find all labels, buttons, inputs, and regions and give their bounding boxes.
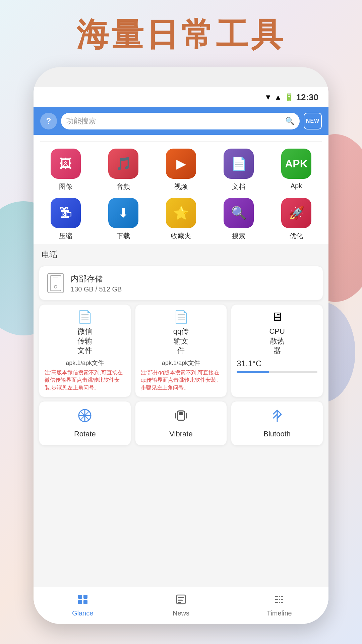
- icon-label-image: 图像: [59, 182, 72, 191]
- favorites-icon: ⭐: [173, 206, 189, 220]
- news-icon: [176, 594, 186, 607]
- content-white: 🖼 图像 🎵 音频 ▶ 视频: [34, 135, 328, 244]
- image-icon: 🖼: [59, 157, 72, 171]
- wechat-card-subtitle: apk.1/apk文件: [45, 359, 125, 367]
- svg-rect-20: [178, 602, 181, 603]
- icon-box-audio: 🎵: [108, 149, 138, 179]
- icon-item-video[interactable]: ▶ 视频: [163, 149, 199, 191]
- cpu-temp: 31.1°C: [237, 359, 317, 368]
- svg-point-2: [54, 285, 57, 288]
- tool-label-bluetooth: Blutooth: [263, 430, 291, 438]
- icon-label-optimize: 优化: [290, 231, 303, 240]
- storage-card[interactable]: 内部存储 130 GB / 512 GB: [39, 266, 323, 300]
- compress-icon: 🗜: [59, 206, 72, 220]
- vibrate-icon: [174, 408, 188, 426]
- battery-icon: 🔋: [285, 93, 294, 102]
- storage-title: 内部存储: [71, 273, 122, 284]
- search-tool-icon: 🔍: [231, 206, 247, 220]
- page-title: 海量日常工具: [0, 13, 362, 57]
- icon-box-image: 🖼: [51, 149, 81, 179]
- help-button[interactable]: ?: [40, 113, 57, 129]
- qq-card-icon: 📄: [141, 310, 222, 324]
- icon-item-image[interactable]: 🖼 图像: [47, 149, 84, 191]
- svg-rect-25: [280, 596, 281, 603]
- tool-label-rotate: Rotate: [74, 430, 96, 438]
- svg-rect-22: [275, 599, 283, 600]
- icon-item-favorites[interactable]: ⭐ 收藏夹: [163, 198, 199, 240]
- apk-icon: APK: [285, 158, 308, 170]
- icon-item-compress[interactable]: 🗜 压缩: [47, 198, 84, 240]
- search-bar[interactable]: 功能搜索 🔍: [61, 113, 300, 129]
- storage-icon: [47, 273, 64, 293]
- glance-icon: [77, 594, 88, 607]
- lower-section: 电话 内部存储 130 GB / 512 GB: [34, 244, 328, 452]
- new-badge[interactable]: NEW: [304, 113, 322, 129]
- bluetooth-icon: [270, 408, 285, 426]
- icon-box-favorites: ⭐: [166, 198, 196, 228]
- tool-label-vibrate: Vibrate: [169, 430, 192, 438]
- svg-rect-0: [50, 275, 61, 291]
- svg-rect-9: [179, 412, 183, 415]
- wechat-card-title: 微信 传输 文件: [45, 327, 125, 356]
- icon-item-apk[interactable]: APK Apk: [278, 149, 315, 191]
- icon-item-download[interactable]: ⬇ 下载: [105, 198, 142, 240]
- nav-item-news[interactable]: News: [132, 587, 230, 624]
- svg-rect-17: [178, 597, 184, 598]
- icon-box-compress: 🗜: [51, 198, 81, 228]
- svg-rect-23: [275, 602, 283, 603]
- icon-row-2: 🗜 压缩 ⬇ 下载 ⭐ 收藏夹: [34, 195, 328, 244]
- nav-label-timeline: Timeline: [267, 609, 292, 617]
- tool-card-vibrate[interactable]: Vibrate: [135, 401, 227, 445]
- icon-item-optimize[interactable]: 🚀 优化: [278, 198, 315, 240]
- scrollable-content: 🖼 图像 🎵 音频 ▶ 视频: [34, 135, 328, 624]
- search-icon[interactable]: 🔍: [285, 117, 294, 125]
- svg-rect-19: [178, 600, 183, 601]
- icon-item-search[interactable]: 🔍 搜索: [220, 198, 257, 240]
- new-badge-text: NEW: [306, 118, 319, 124]
- cpu-card-title: CPU 散热 器: [237, 327, 317, 356]
- phone-frame: ▼ ▲ 🔋 12:30 ? 功能搜索 🔍 NEW: [34, 67, 328, 624]
- icon-item-audio[interactable]: 🎵 音频: [105, 149, 142, 191]
- icon-box-apk: APK: [281, 149, 311, 179]
- app-header: ? 功能搜索 🔍 NEW: [34, 107, 328, 135]
- icon-label-compress: 压缩: [59, 231, 72, 240]
- icon-label-audio: 音频: [117, 182, 130, 191]
- qq-card-subtitle: apk.1/apk文件: [141, 359, 222, 367]
- timeline-icon: [274, 594, 285, 607]
- nav-label-glance: Glance: [72, 609, 93, 617]
- feature-card-wechat[interactable]: 📄 微信 传输 文件 apk.1/apk文件 注:高版本微信搜索不到,可直接在微…: [39, 304, 131, 397]
- cpu-bar-fill: [237, 371, 269, 373]
- status-time: 12:30: [296, 92, 319, 103]
- icon-label-search: 搜索: [232, 231, 245, 240]
- nav-item-glance[interactable]: Glance: [34, 587, 132, 624]
- tool-card-bluetooth[interactable]: Blutooth: [231, 401, 323, 445]
- icon-box-optimize: 🚀: [281, 198, 311, 228]
- icon-box-video: ▶: [166, 149, 196, 179]
- icon-item-doc[interactable]: 📄 文档: [220, 149, 257, 191]
- audio-icon: 🎵: [116, 156, 131, 171]
- search-placeholder: 功能搜索: [66, 116, 283, 126]
- status-bar: ▼ ▲ 🔋 12:30: [34, 87, 328, 107]
- svg-rect-21: [275, 596, 283, 597]
- svg-rect-14: [78, 600, 82, 604]
- wechat-card-desc: 注:高版本微信搜索不到,可直接在微信传输界面点击跳转此软件安装,步骤见左上角问号…: [45, 369, 125, 391]
- icon-label-doc: 文档: [232, 182, 245, 191]
- feature-card-cpu[interactable]: 🖥 CPU 散热 器 31.1°C: [231, 304, 323, 397]
- svg-rect-18: [178, 599, 182, 599]
- feature-card-qq[interactable]: 📄 qq传 输文 件 apk.1/apk文件 注:部分qq版本搜索不到,可直接在…: [135, 304, 227, 397]
- cpu-bar: [237, 371, 317, 373]
- icon-label-favorites: 收藏夹: [171, 231, 191, 240]
- cpu-card-icon: 🖥: [237, 310, 317, 324]
- signal-icon: ▲: [275, 93, 282, 102]
- icon-box-download: ⬇: [108, 198, 138, 228]
- qq-card-title: qq传 输文 件: [141, 327, 222, 356]
- optimize-icon: 🚀: [289, 206, 304, 220]
- nav-item-timeline[interactable]: Timeline: [230, 587, 328, 624]
- tool-cards-row: Rotate Vibrate: [39, 401, 323, 445]
- svg-rect-15: [83, 600, 87, 604]
- icon-label-download: 下载: [117, 231, 130, 240]
- icon-label-video: 视频: [174, 182, 188, 191]
- tool-card-rotate[interactable]: Rotate: [39, 401, 131, 445]
- qq-card-desc: 注:部分qq版本搜索不到,可直接在qq传输界面点击跳转此软件安装,步骤见左上角问…: [141, 369, 222, 391]
- bottom-nav: Glance News: [34, 587, 328, 624]
